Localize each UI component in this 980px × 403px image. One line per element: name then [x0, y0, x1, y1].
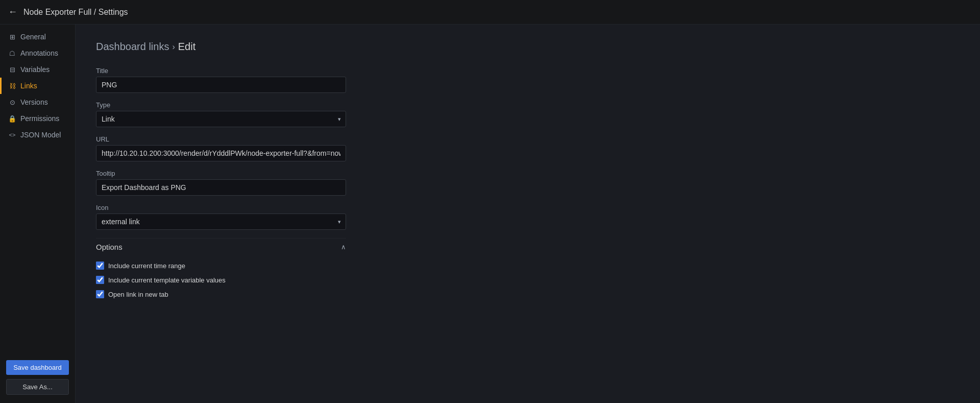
breadcrumb-parent[interactable]: Dashboard links — [96, 41, 169, 53]
form-section: Title Type Link Dashboards ▾ URL — [96, 67, 346, 230]
topbar-title: Node Exporter Full / Settings — [23, 8, 128, 17]
back-button[interactable]: ← — [8, 7, 17, 17]
checkbox-template-vars: Include current template variable values — [96, 276, 960, 284]
sidebar-item-annotations[interactable]: ☖ Annotations — [0, 45, 75, 61]
icon-select[interactable]: external link bolt cloud eye dashboard — [96, 214, 346, 230]
variables-icon: ⊟ — [8, 66, 16, 74]
tooltip-label: Tooltip — [96, 170, 346, 177]
sidebar-item-variables[interactable]: ⊟ Variables — [0, 61, 75, 78]
url-label: URL — [96, 135, 346, 143]
sidebar-item-versions[interactable]: ⊙ Versions — [0, 94, 75, 110]
tooltip-group: Tooltip — [96, 170, 346, 196]
open-new-tab-checkbox[interactable] — [96, 290, 104, 298]
icon-group: Icon external link bolt cloud eye dashbo… — [96, 204, 346, 230]
type-select[interactable]: Link Dashboards — [96, 111, 346, 127]
tooltip-input[interactable] — [96, 179, 346, 196]
icon-label: Icon — [96, 204, 346, 211]
title-group: Title — [96, 67, 346, 93]
sidebar: ⊞ General ☖ Annotations ⊟ Variables ⛓ Li… — [0, 25, 76, 403]
sidebar-item-label: Annotations — [20, 49, 58, 57]
url-group: URL — [96, 135, 346, 161]
type-select-wrapper: Link Dashboards ▾ — [96, 111, 346, 127]
icon-select-wrapper: external link bolt cloud eye dashboard ▾ — [96, 214, 346, 230]
type-group: Type Link Dashboards ▾ — [96, 101, 346, 127]
breadcrumb-separator: › — [172, 42, 175, 52]
breadcrumb-current: Edit — [178, 41, 195, 53]
options-title: Options — [96, 243, 122, 251]
layout: ⊞ General ☖ Annotations ⊟ Variables ⛓ Li… — [0, 25, 980, 403]
include-template-vars-checkbox[interactable] — [96, 276, 104, 284]
url-input[interactable] — [96, 145, 346, 161]
type-label: Type — [96, 101, 346, 109]
sidebar-buttons: Save dashboard Save As... — [0, 356, 75, 399]
options-checkboxes: Include current time range Include curre… — [96, 262, 960, 298]
links-icon: ⛓ — [8, 82, 16, 90]
sidebar-item-label: Permissions — [20, 114, 59, 123]
checkbox-time-range: Include current time range — [96, 262, 960, 270]
sidebar-item-label: Variables — [20, 65, 50, 74]
sidebar-item-json-model[interactable]: <> JSON Model — [0, 127, 75, 143]
versions-icon: ⊙ — [8, 99, 16, 106]
back-icon: ← — [8, 7, 17, 17]
sidebar-item-permissions[interactable]: 🔒 Permissions — [0, 110, 75, 127]
topbar: ← Node Exporter Full / Settings — [0, 0, 980, 25]
include-time-range-checkbox[interactable] — [96, 262, 104, 270]
permissions-icon: 🔒 — [8, 115, 16, 123]
json-model-icon: <> — [8, 132, 16, 138]
sidebar-item-label: JSON Model — [20, 131, 61, 139]
annotations-icon: ☖ — [8, 50, 16, 57]
general-icon: ⊞ — [8, 33, 16, 41]
save-as-button[interactable]: Save As... — [6, 379, 69, 395]
sidebar-item-label: Versions — [20, 98, 48, 106]
sidebar-item-label: General — [20, 33, 46, 41]
options-collapse-button[interactable]: ∧ — [341, 243, 346, 251]
open-new-tab-label: Open link in new tab — [108, 291, 168, 298]
save-dashboard-button[interactable]: Save dashboard — [6, 360, 69, 375]
sidebar-item-links[interactable]: ⛓ Links — [0, 78, 75, 94]
breadcrumb: Dashboard links › Edit — [96, 41, 960, 53]
main-content: Dashboard links › Edit Title Type Link D… — [76, 25, 980, 403]
sidebar-item-label: Links — [20, 82, 37, 90]
title-input[interactable] — [96, 77, 346, 93]
sidebar-nav: ⊞ General ☖ Annotations ⊟ Variables ⛓ Li… — [0, 29, 75, 356]
include-time-range-label: Include current time range — [108, 262, 185, 270]
options-header: Options ∧ — [96, 238, 346, 255]
sidebar-item-general[interactable]: ⊞ General — [0, 29, 75, 45]
checkbox-new-tab: Open link in new tab — [96, 290, 960, 298]
title-label: Title — [96, 67, 346, 75]
include-template-vars-label: Include current template variable values — [108, 276, 226, 284]
